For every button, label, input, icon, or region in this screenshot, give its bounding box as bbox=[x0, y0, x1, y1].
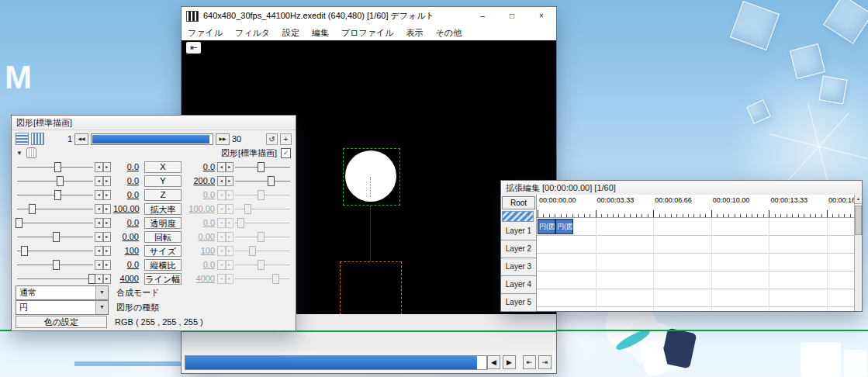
slider-thumb[interactable] bbox=[57, 176, 64, 186]
blend-mode-select[interactable]: 通常 ▼ bbox=[16, 285, 109, 300]
layer-track-3[interactable] bbox=[537, 254, 854, 272]
effect-enabled-checkbox[interactable]: ✓ bbox=[281, 148, 291, 158]
param-name-button[interactable]: ライン幅 bbox=[144, 273, 182, 285]
menu-item-2[interactable]: 設定 bbox=[276, 25, 306, 40]
decrement-button[interactable]: ◂ bbox=[95, 232, 103, 242]
param-name-button[interactable]: 縦横比 bbox=[144, 259, 182, 271]
menu-item-5[interactable]: 表示 bbox=[400, 25, 430, 40]
param-slider-start[interactable] bbox=[16, 273, 95, 284]
param-value-start[interactable]: 0.0 bbox=[113, 190, 139, 199]
increment-button[interactable]: ▸ bbox=[103, 190, 112, 200]
param-value-end[interactable]: 200.0 bbox=[187, 176, 215, 185]
decrement-button[interactable]: ◂ bbox=[217, 232, 226, 242]
decrement-button[interactable]: ◂ bbox=[217, 176, 226, 186]
param-value-start[interactable]: 4000 bbox=[113, 274, 139, 283]
transport-next-frame-button[interactable]: ▶ bbox=[503, 355, 516, 369]
param-value-end[interactable]: 0.0 bbox=[187, 190, 215, 199]
layer-label-1[interactable]: Layer 1 bbox=[501, 223, 536, 240]
shape-type-select[interactable]: 円 ▼ bbox=[16, 300, 109, 315]
slider-thumb[interactable] bbox=[88, 274, 95, 284]
param-slider-end[interactable] bbox=[233, 231, 292, 242]
param-value-start[interactable]: 100.00 bbox=[113, 204, 139, 213]
slider-thumb[interactable] bbox=[29, 204, 36, 214]
timeline-titlebar[interactable]: 拡張編集 [00:00:00.00] [1/60] bbox=[501, 181, 862, 195]
menu-item-3[interactable]: 編集 bbox=[306, 25, 335, 40]
increment-button[interactable]: ▸ bbox=[226, 204, 234, 214]
color-settings-button[interactable]: 色の設定 bbox=[16, 316, 107, 328]
slider-thumb[interactable] bbox=[21, 246, 28, 256]
layer-label-2[interactable]: Layer 2 bbox=[501, 240, 536, 258]
increment-button[interactable]: ▸ bbox=[103, 204, 112, 214]
shape-circle-preview[interactable] bbox=[345, 150, 396, 202]
param-name-button[interactable]: X bbox=[144, 161, 182, 173]
param-value-start[interactable]: 0.00 bbox=[113, 232, 139, 241]
increment-button[interactable]: ▸ bbox=[226, 162, 234, 172]
slider-thumb[interactable] bbox=[54, 190, 61, 200]
seek-bar[interactable] bbox=[185, 355, 487, 370]
decrement-button[interactable]: ◂ bbox=[217, 162, 226, 172]
param-value-end[interactable]: 0.0 bbox=[187, 162, 215, 171]
param-slider-start[interactable] bbox=[16, 217, 95, 228]
param-name-button[interactable]: Y bbox=[144, 175, 182, 187]
increment-button[interactable]: ▸ bbox=[226, 218, 234, 228]
slider-thumb[interactable] bbox=[54, 162, 61, 172]
decrement-button[interactable]: ◂ bbox=[95, 274, 103, 284]
param-name-button[interactable]: 回転 bbox=[144, 231, 182, 243]
param-slider-end[interactable] bbox=[233, 259, 292, 270]
maximize-button[interactable]: □ bbox=[497, 7, 527, 25]
time-ruler[interactable]: 00:00:00.0000:00:03.3300:00:06.6600:00:1… bbox=[537, 195, 854, 218]
drag-hand-icon[interactable] bbox=[26, 147, 36, 158]
slider-thumb[interactable] bbox=[53, 260, 60, 270]
param-slider-start[interactable] bbox=[16, 161, 95, 172]
increment-button[interactable]: ▸ bbox=[103, 260, 112, 270]
decrement-button[interactable]: ◂ bbox=[95, 204, 103, 214]
param-slider-start[interactable] bbox=[16, 231, 95, 242]
timeline-scrollbar[interactable]: ▲ bbox=[854, 195, 862, 311]
param-slider-start[interactable] bbox=[16, 175, 95, 186]
param-slider-start[interactable] bbox=[16, 259, 95, 270]
param-slider-start[interactable] bbox=[16, 203, 95, 214]
param-name-button[interactable]: 拡大率 bbox=[144, 203, 182, 215]
menu-item-0[interactable]: ファイル bbox=[182, 25, 229, 40]
scrollbar-thumb[interactable] bbox=[855, 206, 862, 235]
main-window-titlebar[interactable]: 640x480_30fps_44100Hz.exedit (640,480) [… bbox=[182, 7, 556, 25]
increment-button[interactable]: ▸ bbox=[226, 232, 234, 242]
param-value-start[interactable]: 0.0 bbox=[113, 176, 139, 185]
decrement-button[interactable]: ◂ bbox=[95, 218, 103, 228]
param-value-start[interactable]: 0.0 bbox=[113, 218, 139, 227]
settings-dialog-titlebar[interactable]: 図形[標準描画] bbox=[12, 116, 296, 130]
timeline-object[interactable]: 円(図 bbox=[555, 219, 573, 234]
layer-track-1[interactable] bbox=[537, 218, 854, 236]
param-slider-end[interactable] bbox=[233, 245, 292, 256]
slider-thumb[interactable] bbox=[249, 246, 256, 256]
decrement-button[interactable]: ◂ bbox=[217, 260, 226, 270]
refresh-icon[interactable]: ↺ bbox=[266, 133, 278, 145]
slider-thumb[interactable] bbox=[258, 260, 265, 270]
param-value-end[interactable]: 0.00 bbox=[187, 232, 215, 241]
scroll-up-icon[interactable]: ▲ bbox=[855, 195, 862, 204]
slider-thumb[interactable] bbox=[244, 204, 251, 214]
transport-jump-end-button[interactable]: ⇥ bbox=[538, 355, 552, 369]
layer-track-2[interactable] bbox=[537, 236, 854, 254]
decrement-button[interactable]: ◂ bbox=[217, 190, 226, 200]
param-slider-start[interactable] bbox=[16, 189, 95, 200]
param-slider-end[interactable] bbox=[233, 175, 292, 186]
layer-label-5[interactable]: Layer 5 bbox=[501, 294, 536, 312]
menu-item-6[interactable]: その他 bbox=[430, 25, 469, 40]
frame-start-value[interactable]: 1 bbox=[60, 134, 72, 144]
frame-next-button[interactable]: ▶▶ bbox=[216, 133, 230, 145]
decrement-button[interactable]: ◂ bbox=[95, 190, 103, 200]
param-slider-end[interactable] bbox=[233, 217, 292, 228]
increment-button[interactable]: ▸ bbox=[226, 246, 234, 256]
decrement-button[interactable]: ◂ bbox=[95, 162, 103, 172]
layer-label-4[interactable]: Layer 4 bbox=[501, 276, 536, 294]
decrement-button[interactable]: ◂ bbox=[95, 260, 103, 270]
root-scene-button[interactable]: Root bbox=[502, 196, 535, 209]
param-slider-start[interactable] bbox=[16, 245, 95, 256]
toolbar-icon-b[interactable] bbox=[31, 133, 44, 145]
menu-item-4[interactable]: プロファイル bbox=[335, 25, 400, 40]
object-end-position-frame[interactable] bbox=[340, 261, 402, 314]
slider-thumb[interactable] bbox=[16, 218, 22, 228]
decrement-button[interactable]: ◂ bbox=[217, 218, 226, 228]
slider-thumb[interactable] bbox=[272, 274, 279, 284]
